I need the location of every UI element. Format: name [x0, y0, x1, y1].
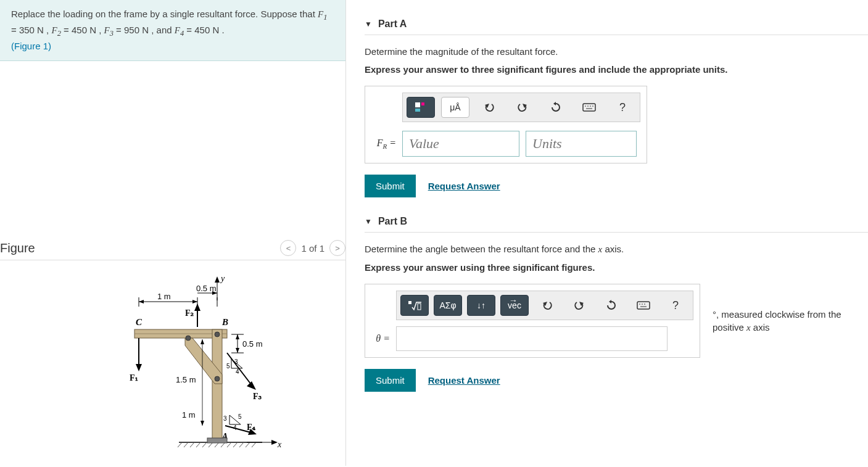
- sqrt-button[interactable]: [400, 295, 429, 316]
- svg-marker-70: [271, 440, 278, 445]
- help-button[interactable]: ?: [609, 97, 636, 117]
- svg-point-22: [186, 336, 191, 341]
- part-b-answer-box: ΑΣφ ↓↑ → vec: [365, 284, 700, 358]
- caret-down-icon: ▼: [365, 217, 372, 226]
- part-a-request-link[interactable]: Request Answer: [428, 181, 500, 191]
- svg-marker-28: [236, 334, 239, 339]
- svg-rect-89: [637, 302, 650, 309]
- svg-rect-20: [212, 329, 222, 440]
- problem-statement: Replace the loading on the frame by a si…: [0, 0, 345, 61]
- svg-marker-44: [247, 381, 256, 390]
- svg-line-66: [246, 442, 250, 447]
- svg-marker-77: [553, 102, 556, 105]
- svg-rect-84: [408, 301, 411, 304]
- figure-image: y 1 m 0.5 m F₂ C: [0, 273, 345, 466]
- svg-text:3: 3: [223, 415, 227, 422]
- svg-rect-68: [207, 438, 227, 443]
- reset-button[interactable]: [598, 295, 625, 315]
- svg-text:x: x: [277, 440, 282, 449]
- templates-button[interactable]: [407, 97, 435, 118]
- svg-point-24: [215, 376, 220, 381]
- figure-next-button[interactable]: >: [329, 240, 345, 256]
- part-b-submit-button[interactable]: Submit: [365, 369, 416, 392]
- svg-text:F₁: F₁: [130, 373, 138, 382]
- svg-line-43: [227, 353, 253, 387]
- svg-line-55: [178, 442, 182, 447]
- svg-line-58: [196, 442, 200, 447]
- part-a-instruction: Determine the magnitude of the resultant…: [365, 46, 868, 57]
- part-a-value-input[interactable]: [402, 131, 519, 157]
- figure-title: Figure: [0, 241, 35, 255]
- figure-link[interactable]: (Figure 1): [11, 41, 51, 51]
- caret-down-icon: ▼: [365, 20, 372, 28]
- svg-line-63: [227, 442, 231, 447]
- part-a-express: Express your answer to three significant…: [365, 64, 868, 75]
- help-button[interactable]: ?: [662, 295, 689, 315]
- part-b-header[interactable]: ▼ Part B: [365, 216, 868, 233]
- greek-button[interactable]: ΑΣφ: [434, 295, 462, 316]
- svg-rect-73: [421, 102, 424, 105]
- redo-button[interactable]: [566, 295, 593, 315]
- f2-val: = 450 N ,: [61, 25, 104, 35]
- part-b-value-input[interactable]: [396, 326, 668, 351]
- svg-text:y: y: [220, 274, 225, 283]
- f2-sym: F2: [51, 25, 60, 35]
- svg-line-65: [239, 442, 244, 447]
- svg-line-59: [202, 442, 207, 447]
- svg-point-23: [215, 332, 220, 337]
- vec-button[interactable]: → vec: [500, 295, 529, 316]
- figure-nav-text: 1 of 1: [301, 243, 324, 254]
- f1-sym: F1: [318, 9, 327, 19]
- problem-text-1: Replace the loading on the frame by a si…: [11, 9, 318, 19]
- keyboard-button[interactable]: [630, 295, 657, 315]
- part-a-submit-button[interactable]: Submit: [365, 175, 416, 197]
- svg-text:0.5 m: 0.5 m: [196, 284, 217, 293]
- part-a-var-label: FR =: [371, 138, 396, 150]
- svg-marker-14: [194, 304, 200, 311]
- svg-text:0.5 m: 0.5 m: [242, 339, 263, 349]
- part-b-express: Express your answer using three signific…: [365, 262, 868, 273]
- units-button[interactable]: μÅ: [441, 97, 469, 118]
- svg-rect-78: [583, 104, 595, 111]
- svg-text:5: 5: [226, 363, 230, 370]
- subscript-button[interactable]: ↓↑: [467, 295, 495, 316]
- svg-marker-32: [136, 364, 142, 371]
- part-a-answer-box: μÅ ? FR =: [365, 86, 647, 163]
- part-b-suffix: °, measured clockwise from the positive …: [713, 308, 868, 334]
- svg-text:F₃: F₃: [253, 392, 262, 401]
- part-a-toolbar: μÅ ?: [402, 93, 640, 122]
- reset-button[interactable]: [542, 97, 569, 117]
- undo-button[interactable]: [476, 97, 503, 117]
- part-b-instruction: Determine the angle between the resultan…: [365, 244, 868, 255]
- part-a-units-input[interactable]: [526, 131, 637, 157]
- svg-text:1 m: 1 m: [157, 292, 171, 301]
- svg-marker-37: [200, 421, 204, 426]
- svg-line-67: [252, 442, 256, 447]
- svg-text:C: C: [136, 317, 143, 327]
- undo-button[interactable]: [534, 295, 561, 315]
- svg-text:B: B: [221, 317, 228, 327]
- part-a-header[interactable]: ▼ Part A: [365, 19, 868, 35]
- svg-text:1.5 m: 1.5 m: [176, 375, 196, 384]
- svg-marker-7: [192, 300, 197, 304]
- keyboard-button[interactable]: [576, 97, 603, 117]
- f4-val: = 450 N .: [184, 25, 224, 35]
- f4-sym: F4: [175, 25, 184, 35]
- svg-text:F₄: F₄: [247, 423, 256, 432]
- svg-text:1 m: 1 m: [182, 410, 196, 419]
- f3-sym: F3: [104, 25, 114, 35]
- part-b-request-link[interactable]: Request Answer: [428, 375, 500, 386]
- part-b-block: ▼ Part B Determine the angle between the…: [365, 216, 868, 392]
- part-b-title: Part B: [378, 216, 407, 227]
- part-b-var-label: θ =: [371, 333, 390, 344]
- figure-prev-button[interactable]: <: [280, 240, 296, 256]
- redo-button[interactable]: [509, 97, 536, 117]
- svg-rect-85: [418, 304, 421, 310]
- svg-text:5: 5: [238, 413, 242, 420]
- svg-marker-88: [609, 300, 611, 304]
- figure-nav: < 1 of 1 >: [280, 240, 345, 256]
- svg-line-56: [184, 442, 188, 447]
- svg-marker-1: [215, 276, 220, 283]
- figure-section: Figure < 1 of 1 > y: [0, 234, 345, 466]
- svg-line-64: [233, 442, 238, 447]
